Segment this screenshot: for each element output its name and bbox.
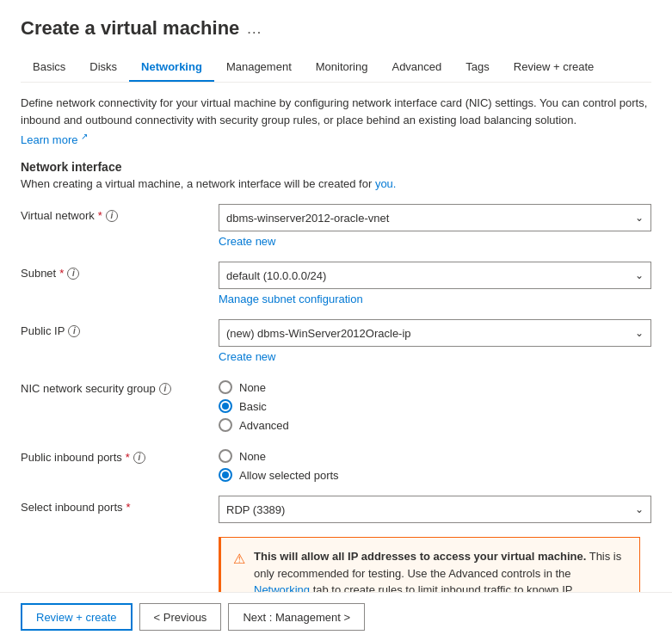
- select-inbound-ports-label: Select inbound ports *: [21, 496, 219, 514]
- inbound-ports-allow-radio[interactable]: [219, 468, 232, 482]
- subnet-label: Subnet * i: [21, 262, 219, 280]
- tab-basics[interactable]: Basics: [21, 53, 77, 82]
- section-subtitle: When creating a virtual machine, a netwo…: [21, 177, 651, 190]
- select-inbound-ports-dropdown[interactable]: RDP (3389) ⌄: [219, 496, 651, 523]
- public-ip-control: (new) dbms-WinServer2012Oracle-ip ⌄ Crea…: [219, 319, 651, 363]
- bottom-bar: Review + create < Previous Next : Manage…: [0, 592, 672, 641]
- tab-advanced[interactable]: Advanced: [379, 53, 453, 82]
- nic-nsg-advanced-option[interactable]: Advanced: [219, 418, 651, 432]
- virtual-network-label: Virtual network * i: [21, 204, 219, 222]
- warning-icon: ⚠: [233, 549, 245, 570]
- tab-disks[interactable]: Disks: [77, 53, 129, 82]
- inbound-ports-none-radio[interactable]: [219, 449, 232, 463]
- previous-button[interactable]: < Previous: [139, 603, 222, 631]
- learn-more-link[interactable]: Learn more ↗: [21, 133, 88, 146]
- nic-nsg-radio-group: None Basic Advanced: [219, 377, 651, 432]
- virtual-network-row: Virtual network * i dbms-winserver2012-o…: [21, 204, 651, 248]
- nic-nsg-info-icon[interactable]: i: [159, 383, 171, 395]
- public-ip-dropdown[interactable]: (new) dbms-WinServer2012Oracle-ip ⌄: [219, 319, 651, 347]
- tab-review-create[interactable]: Review + create: [502, 53, 607, 82]
- nic-nsg-basic-radio[interactable]: [219, 399, 232, 413]
- description-text: Define network connectivity for your vir…: [21, 95, 651, 128]
- virtual-network-dropdown[interactable]: dbms-winserver2012-oracle-vnet ⌄: [219, 204, 651, 231]
- public-inbound-ports-radio-group: None Allow selected ports: [219, 446, 651, 482]
- nic-nsg-none-radio[interactable]: [219, 380, 232, 394]
- public-inbound-ports-control: None Allow selected ports: [219, 446, 651, 482]
- public-ip-row: Public IP i (new) dbms-WinServer2012Orac…: [21, 319, 651, 363]
- subnet-control: default (10.0.0.0/24) ⌄ Manage subnet co…: [219, 262, 651, 305]
- nic-nsg-advanced-radio[interactable]: [219, 418, 232, 432]
- manage-subnet-link[interactable]: Manage subnet configuration: [219, 293, 651, 305]
- public-inbound-ports-info-icon[interactable]: i: [133, 452, 145, 464]
- public-inbound-ports-row: Public inbound ports * i None Allow sele…: [21, 446, 651, 482]
- required-marker: *: [126, 501, 131, 514]
- chevron-down-icon: ⌄: [635, 503, 644, 515]
- public-ip-label: Public IP i: [21, 319, 219, 337]
- chevron-down-icon: ⌄: [635, 269, 644, 281]
- more-options-icon[interactable]: …: [246, 20, 262, 38]
- tab-bar: Basics Disks Networking Management Monit…: [21, 53, 651, 83]
- subnet-info-icon[interactable]: i: [67, 268, 79, 280]
- nic-nsg-none-option[interactable]: None: [219, 380, 651, 394]
- nic-nsg-control: None Basic Advanced: [219, 377, 651, 432]
- external-link-icon: ↗: [81, 132, 88, 141]
- tab-management[interactable]: Management: [214, 53, 304, 82]
- subnet-row: Subnet * i default (10.0.0.0/24) ⌄ Manag…: [21, 262, 651, 305]
- section-title: Network interface: [21, 160, 651, 174]
- virtual-network-control: dbms-winserver2012-oracle-vnet ⌄ Create …: [219, 204, 651, 248]
- next-button[interactable]: Next : Management >: [228, 603, 365, 631]
- tab-monitoring[interactable]: Monitoring: [304, 53, 380, 82]
- required-marker: *: [126, 451, 130, 464]
- public-inbound-ports-label: Public inbound ports * i: [21, 446, 219, 464]
- subnet-dropdown[interactable]: default (10.0.0.0/24) ⌄: [219, 262, 651, 289]
- chevron-down-icon: ⌄: [635, 327, 644, 339]
- select-inbound-ports-row: Select inbound ports * RDP (3389) ⌄: [21, 496, 651, 523]
- required-marker: *: [59, 267, 64, 280]
- nic-nsg-label: NIC network security group i: [21, 377, 219, 395]
- review-create-button[interactable]: Review + create: [21, 603, 133, 631]
- select-inbound-ports-control: RDP (3389) ⌄: [219, 496, 651, 523]
- required-marker: *: [98, 209, 102, 222]
- public-ip-info-icon[interactable]: i: [68, 325, 80, 337]
- public-ip-create-new-link[interactable]: Create new: [219, 350, 651, 363]
- page-title: Create a virtual machine: [21, 17, 239, 40]
- inbound-ports-allow-option[interactable]: Allow selected ports: [219, 468, 651, 482]
- inbound-ports-none-option[interactable]: None: [219, 449, 651, 463]
- tab-networking[interactable]: Networking: [129, 53, 214, 82]
- nic-nsg-basic-option[interactable]: Basic: [219, 399, 651, 413]
- tab-tags[interactable]: Tags: [453, 53, 501, 82]
- chevron-down-icon: ⌄: [635, 212, 644, 224]
- virtual-network-create-new-link[interactable]: Create new: [219, 235, 651, 248]
- nic-nsg-row: NIC network security group i None Basic …: [21, 377, 651, 432]
- virtual-network-info-icon[interactable]: i: [106, 210, 118, 222]
